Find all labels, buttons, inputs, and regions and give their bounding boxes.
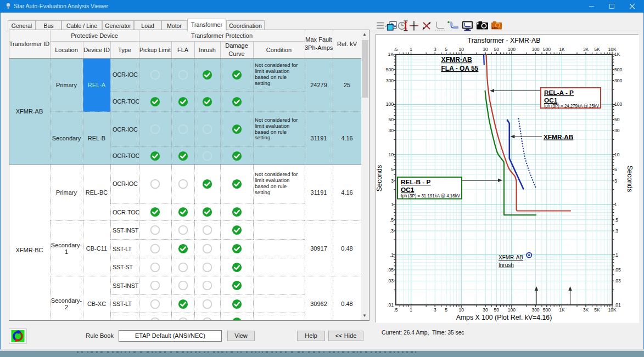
svg-text:Seconds: Seconds xyxy=(376,165,383,192)
svg-text:Seconds: Seconds xyxy=(626,166,634,192)
svg-text:5K: 5K xyxy=(594,47,600,52)
svg-text:.5: .5 xyxy=(390,217,394,223)
svg-text:100: 100 xyxy=(386,101,394,107)
svg-text:3: 3 xyxy=(614,178,617,184)
svg-text:.3: .3 xyxy=(614,228,618,234)
svg-text:5: 5 xyxy=(391,167,394,172)
svg-text:10: 10 xyxy=(614,152,620,157)
svg-text:500: 500 xyxy=(543,47,551,52)
svg-text:Iph (3P) = 24.279kA @ 25kV: Iph (3P) = 24.279kA @ 25kV xyxy=(544,103,599,109)
svg-text:1: 1 xyxy=(614,202,617,207)
svg-text:50: 50 xyxy=(494,307,499,313)
svg-text:10K: 10K xyxy=(608,307,616,313)
svg-text:500: 500 xyxy=(543,307,551,313)
svg-text:10: 10 xyxy=(458,307,464,313)
svg-text:XFMR-AB: XFMR-AB xyxy=(441,56,472,64)
svg-text:3: 3 xyxy=(434,307,436,313)
svg-text:300: 300 xyxy=(614,78,622,83)
svg-text:.5: .5 xyxy=(394,47,397,52)
svg-text:5: 5 xyxy=(445,47,447,52)
svg-text:5: 5 xyxy=(445,307,447,313)
svg-text:300: 300 xyxy=(531,307,539,313)
svg-text:.03: .03 xyxy=(614,278,621,284)
svg-text:FLA - OA 55: FLA - OA 55 xyxy=(441,65,479,72)
svg-text:.01: .01 xyxy=(614,302,621,308)
svg-text:3: 3 xyxy=(434,47,436,52)
svg-text:100: 100 xyxy=(508,47,516,52)
svg-text:1K: 1K xyxy=(388,52,394,57)
svg-text:100: 100 xyxy=(508,307,516,313)
svg-text:5: 5 xyxy=(614,167,617,172)
svg-text:.5: .5 xyxy=(614,217,618,223)
svg-text:10: 10 xyxy=(389,152,394,157)
svg-text:300: 300 xyxy=(386,78,394,83)
svg-text:1K: 1K xyxy=(614,52,620,57)
svg-text:50: 50 xyxy=(389,117,394,122)
svg-text:.05: .05 xyxy=(387,267,394,273)
svg-text:5K: 5K xyxy=(594,307,600,313)
svg-text:REL-A - P: REL-A - P xyxy=(544,89,574,97)
svg-text:1: 1 xyxy=(410,47,412,52)
svg-text:XFMR-AB: XFMR-AB xyxy=(544,133,573,141)
svg-text:REL-B - P: REL-B - P xyxy=(401,178,431,186)
svg-text:300: 300 xyxy=(531,47,539,52)
svg-text:.01: .01 xyxy=(387,302,394,308)
svg-text:1K: 1K xyxy=(559,307,565,313)
svg-text:500: 500 xyxy=(386,67,394,72)
svg-text:50: 50 xyxy=(614,117,620,122)
svg-text:1: 1 xyxy=(410,307,412,313)
svg-text:.1: .1 xyxy=(614,252,618,258)
svg-text:100: 100 xyxy=(614,101,622,107)
svg-text:30: 30 xyxy=(483,307,488,313)
svg-text:30: 30 xyxy=(483,47,488,52)
svg-text:50: 50 xyxy=(494,47,499,52)
svg-text:EMF: EMF xyxy=(492,26,499,30)
svg-text:1: 1 xyxy=(391,202,394,207)
svg-text:.5: .5 xyxy=(394,307,397,313)
svg-text:Amps X 100 (Plot Ref. kV=4.1: Amps X 100 (Plot Ref. kV=4.16) xyxy=(456,314,552,321)
svg-text:30: 30 xyxy=(389,128,394,133)
svg-text:.03: .03 xyxy=(387,278,394,284)
svg-text:Iph (3P) = 31.191kA @ 4.16kV: Iph (3P) = 31.191kA @ 4.16kV xyxy=(401,193,460,199)
svg-text:.1: .1 xyxy=(390,252,394,258)
svg-text:.05: .05 xyxy=(614,267,621,273)
svg-text:3: 3 xyxy=(391,178,394,184)
svg-text:3K: 3K xyxy=(583,47,589,52)
svg-text:3K: 3K xyxy=(583,307,589,313)
svg-text:10: 10 xyxy=(458,47,464,52)
svg-text:Transformer - XFMR-AB: Transformer - XFMR-AB xyxy=(468,37,541,44)
svg-text:1K: 1K xyxy=(559,47,565,52)
svg-text:30: 30 xyxy=(614,128,620,133)
svg-text:XFMR-AB: XFMR-AB xyxy=(499,254,523,260)
svg-text:.3: .3 xyxy=(390,228,394,234)
svg-text:Inrush: Inrush xyxy=(499,262,514,268)
svg-text:500: 500 xyxy=(614,67,622,72)
